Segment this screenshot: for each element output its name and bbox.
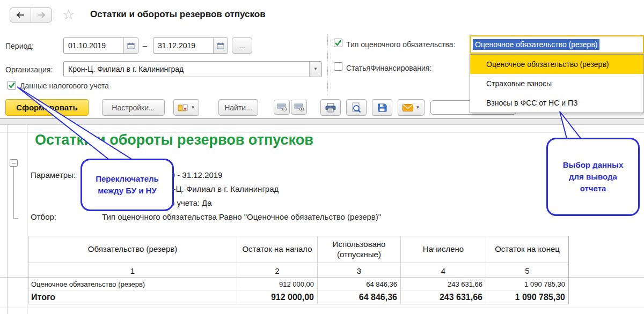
organization-label: Организация: xyxy=(5,65,53,74)
row-value-cell[interactable]: 64 846,36 xyxy=(318,278,401,290)
date-from-input[interactable] xyxy=(64,38,123,53)
expand-groups-icon xyxy=(294,103,304,111)
row-value-cell[interactable]: 243 631,66 xyxy=(401,278,486,290)
column-header[interactable]: Остаток на конец xyxy=(486,236,568,263)
chevron-down-icon: ▼ xyxy=(191,106,195,110)
column-number[interactable]: 5 xyxy=(486,263,568,278)
total-value-cell[interactable]: 64 846,36 xyxy=(318,290,401,304)
back-button[interactable] xyxy=(10,8,31,22)
preview-button[interactable] xyxy=(346,99,367,116)
callout-bu-nu-switch: Переключатель между БУ и НУ xyxy=(80,159,174,211)
forward-arrow-icon xyxy=(36,12,46,18)
printer-icon xyxy=(325,103,336,113)
report-title: Остатки и обороты резервов отпусков xyxy=(35,132,313,148)
collapse-groups-icon xyxy=(277,103,287,111)
expand-groups-button[interactable] xyxy=(291,100,307,115)
calendar-icon xyxy=(217,42,224,49)
organization-input[interactable] xyxy=(64,62,309,77)
grid-line xyxy=(27,125,27,314)
callout-data-selection: Выбор данных для вывода отчета xyxy=(546,138,640,216)
mail-icon xyxy=(402,104,413,111)
settings-button[interactable]: Настройки... xyxy=(102,99,165,116)
grid-line xyxy=(7,125,8,314)
back-arrow-icon xyxy=(16,12,25,18)
report-header-strip xyxy=(0,118,644,125)
print-button[interactable] xyxy=(320,99,341,116)
report-window: ☆ Остатки и обороты резервов отпусков Пе… xyxy=(0,0,644,314)
column-header[interactable]: Обязательство (резерв) xyxy=(28,236,237,263)
find-button[interactable]: Найти... xyxy=(218,99,258,116)
checkmark-icon xyxy=(8,82,16,88)
nav-button-group xyxy=(10,8,52,23)
date-from-calendar-button[interactable] xyxy=(123,38,138,53)
organization-select[interactable]: ▼ xyxy=(63,61,322,77)
report-table: Обязательство (резерв) Остаток на начало… xyxy=(28,236,569,304)
send-mail-button[interactable]: ▼ xyxy=(398,99,425,116)
filter-separator xyxy=(327,34,328,95)
date-from-field[interactable] xyxy=(63,38,138,54)
total-value-cell[interactable]: 1 090 785,30 xyxy=(486,290,568,304)
date-to-input[interactable] xyxy=(153,38,213,53)
dropdown-item-insurance[interactable]: Страховые взносы xyxy=(470,74,643,93)
liability-type-label[interactable]: Тип оценочного обязательства: xyxy=(346,40,456,49)
liability-type-select[interactable]: Оценочное обязательство (резерв) xyxy=(470,35,644,54)
dropdown-item-fss[interactable]: Взносы в ФСС от НС и ПЗ xyxy=(470,93,643,113)
liability-type-checkbox[interactable] xyxy=(334,39,342,47)
forward-button[interactable] xyxy=(31,8,52,22)
callout-text: Переключатель xyxy=(96,173,159,185)
date-to-field[interactable] xyxy=(153,38,228,54)
group-bracket-line xyxy=(13,218,18,219)
save-icon xyxy=(377,103,387,113)
date-range-dash: – xyxy=(143,41,147,50)
dropdown-item-reserve[interactable]: Оценочное обязательство (резерв) xyxy=(470,55,643,74)
checkmark-icon xyxy=(334,40,342,46)
liability-type-selected-value: Оценочное обязательство (резерв) xyxy=(473,39,599,50)
row-value-cell[interactable]: 912 000,00 xyxy=(237,278,318,290)
total-value-cell[interactable]: 912 000,00 xyxy=(237,290,318,304)
group-bracket-line xyxy=(13,167,14,218)
callout-text: отчета xyxy=(580,183,606,195)
total-value-cell[interactable]: 243 631,66 xyxy=(401,290,486,304)
date-to-calendar-button[interactable] xyxy=(213,38,228,53)
report-variant-icon xyxy=(178,103,188,112)
calendar-icon xyxy=(127,42,135,49)
callout-text: Выбор данных xyxy=(563,159,624,171)
column-header[interactable]: Использовано (отпускные) xyxy=(318,236,401,263)
page-title: Остатки и обороты резервов отпусков xyxy=(90,9,266,20)
save-button[interactable] xyxy=(372,99,392,116)
row-name-cell[interactable]: Оценочное обязательство (резерв) xyxy=(28,278,237,290)
chevron-down-icon: ▼ xyxy=(313,67,318,71)
tax-data-checkbox[interactable] xyxy=(8,81,16,89)
row-value-cell[interactable]: 1 090 785,30 xyxy=(486,278,568,290)
column-number[interactable]: 2 xyxy=(237,263,318,278)
chevron-down-icon: ▼ xyxy=(416,106,420,110)
column-header[interactable]: Начислено xyxy=(401,236,486,263)
total-label-cell[interactable]: Итого xyxy=(28,290,237,304)
financing-article-checkbox[interactable] xyxy=(334,62,342,71)
callout-text: между БУ и НУ xyxy=(98,185,157,197)
column-header[interactable]: Остаток на начало xyxy=(237,236,318,263)
generate-button[interactable]: Сформировать xyxy=(5,99,89,116)
params-label: Параметры: xyxy=(31,170,76,180)
filter-value: Тип оценочного обязательства Равно "Оцен… xyxy=(102,212,381,221)
period-label: Период: xyxy=(5,42,34,50)
grid-line xyxy=(0,308,644,308)
financing-article-label[interactable]: СтатьяФинансирования: xyxy=(346,64,431,72)
organization-dropdown-button[interactable]: ▼ xyxy=(309,62,321,77)
liability-type-dropdown: Оценочное обязательство (резерв) Страхов… xyxy=(470,54,644,113)
callout-text: для вывода xyxy=(569,171,617,183)
column-number[interactable]: 3 xyxy=(318,263,401,278)
collapse-groups-button[interactable] xyxy=(274,100,290,115)
period-more-button[interactable]: ... xyxy=(232,38,252,54)
column-number[interactable]: 4 xyxy=(401,263,486,278)
column-number[interactable]: 1 xyxy=(28,263,237,278)
report-variants-button[interactable]: ▼ xyxy=(173,99,199,116)
favorite-star-icon[interactable]: ☆ xyxy=(62,8,75,21)
preview-icon xyxy=(352,102,361,113)
filter-label: Отбор: xyxy=(31,212,56,221)
tax-data-label[interactable]: Данные налогового учета xyxy=(20,81,109,90)
collapse-group-button[interactable] xyxy=(10,159,18,167)
grid-line xyxy=(0,278,644,278)
